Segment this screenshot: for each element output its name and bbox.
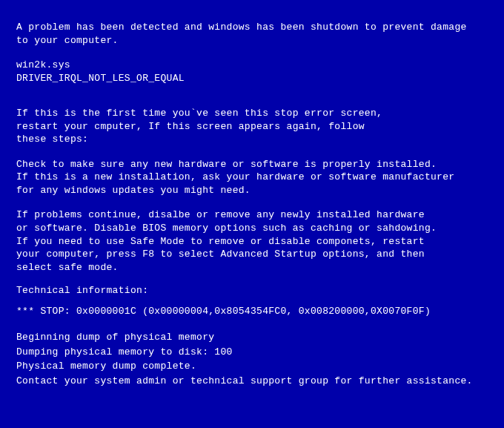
dump-begin-line: Beginning dump of physical memory	[16, 331, 488, 344]
instruction-line: If this is the first time you`ve seen th…	[16, 107, 488, 120]
dump-progress-line: Dumping physical memory to disk: 100	[16, 346, 488, 359]
problem-line-1: A problem has been detected and windows …	[16, 21, 488, 34]
fault-module-block: win2k.sys DRIVER_IRQL_NOT_LES_OR_EQUAL	[16, 59, 488, 85]
instruction-line: or software. Disable BIOS memory options…	[16, 222, 488, 235]
memory-dump-block: Beginning dump of physical memory Dumpin…	[16, 331, 488, 387]
dump-contact-line: Contact your system admin or technical s…	[16, 375, 488, 388]
instruction-line: these steps:	[16, 133, 488, 146]
check-hardware-instructions: Check to make sure any new hardware or s…	[16, 158, 488, 197]
problem-line-2: to your computer.	[16, 34, 488, 47]
stop-code-line: *** STOP: 0x0000001C (0x00000004,0x80543…	[16, 305, 488, 318]
instruction-line: If this is a new installation, ask your …	[16, 171, 488, 184]
instruction-line: restart your cmputer, If this screen app…	[16, 120, 488, 134]
first-time-instructions: If this is the first time you`ve seen th…	[16, 107, 488, 146]
dump-complete-line: Physical memory dump complete.	[16, 360, 488, 373]
instruction-line: for any windows updates you might need.	[16, 184, 488, 197]
fault-module-filename: win2k.sys	[16, 59, 488, 72]
instruction-line: your computer, press F8 to select Advanc…	[16, 248, 488, 261]
instruction-line: Check to make sure any new hardware or s…	[16, 158, 488, 171]
problem-detected-message: A problem has been detected and windows …	[16, 21, 488, 47]
technical-info-header: Technical information:	[16, 284, 488, 297]
instruction-line: If you need to use Safe Mode to remove o…	[16, 235, 488, 248]
problems-continue-instructions: If problems continue, disalbe or remove …	[16, 208, 488, 274]
instruction-line: If problems continue, disalbe or remove …	[16, 208, 488, 222]
fault-error-name: DRIVER_IRQL_NOT_LES_OR_EQUAL	[16, 72, 488, 85]
instruction-line: select safe mode.	[16, 261, 488, 274]
